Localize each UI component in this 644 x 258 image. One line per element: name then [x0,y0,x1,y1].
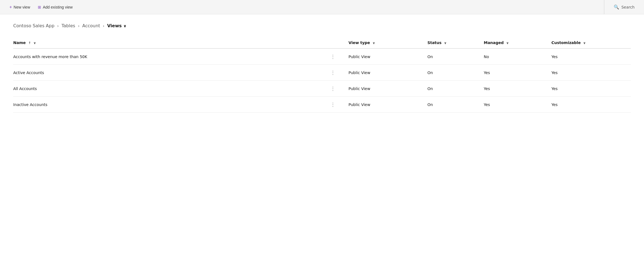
cell-name-1: Active Accounts [13,65,322,81]
add-existing-view-button[interactable]: ⊞ Add existing view [35,3,75,11]
col-header-status: Status ∨ [427,37,484,48]
table-header-row: Name ↑ ∨ View type ∨ Status ∨ Managed ∨ [13,37,631,48]
cell-menu-1[interactable]: ⋮ [322,65,349,81]
cell-status-1: On [427,65,484,81]
views-table: Name ↑ ∨ View type ∨ Status ∨ Managed ∨ [13,37,631,113]
col-header-managed: Managed ∨ [484,37,551,48]
col-header-name: Name ↑ ∨ [13,37,322,48]
cell-customizable-0: Yes [551,48,631,65]
row-context-menu-1[interactable]: ⋮ [329,69,337,76]
cell-managed-0: No [484,48,551,65]
cell-customizable-3: Yes [551,97,631,113]
cell-menu-3[interactable]: ⋮ [322,97,349,113]
cell-status-2: On [427,81,484,97]
cell-viewtype-2: Public View [349,81,427,97]
table-row: Accounts with revenue more than 50K ⋮ Pu… [13,48,631,65]
search-button[interactable]: 🔍 Search [611,3,637,11]
cell-viewtype-3: Public View [349,97,427,113]
sort-icon-name-desc[interactable]: ∨ [33,41,36,45]
breadcrumb-current: Views ∨ [107,23,126,28]
table-row: Inactive Accounts ⋮ Public View On Yes Y… [13,97,631,113]
col-customizable-label: Customizable [551,40,581,45]
col-header-customizable: Customizable ∨ [551,37,631,48]
cell-managed-1: Yes [484,65,551,81]
add-existing-icon: ⊞ [38,5,41,9]
breadcrumb-separator-3: › [103,24,105,28]
cell-menu-2[interactable]: ⋮ [322,81,349,97]
table-row: All Accounts ⋮ Public View On Yes Yes [13,81,631,97]
breadcrumb: Contoso Sales App › Tables › Account › V… [13,23,631,28]
col-managed-label: Managed [484,40,504,45]
cell-menu-0[interactable]: ⋮ [322,48,349,65]
toolbar-right: 🔍 Search [604,0,637,14]
col-viewtype-label: View type [349,40,370,45]
cell-status-0: On [427,48,484,65]
search-icon: 🔍 [614,4,619,10]
sort-icon-status[interactable]: ∨ [444,41,447,45]
breadcrumb-item-account[interactable]: Account [82,23,100,28]
row-context-menu-3[interactable]: ⋮ [329,101,337,108]
cell-customizable-2: Yes [551,81,631,97]
row-context-menu-2[interactable]: ⋮ [329,85,337,92]
search-label: Search [621,5,635,9]
cell-name-2: All Accounts [13,81,322,97]
new-view-button[interactable]: + New view [7,3,33,11]
cell-viewtype-0: Public View [349,48,427,65]
toolbar-left: + New view ⊞ Add existing view [7,3,75,11]
cell-managed-2: Yes [484,81,551,97]
cell-name-0: Accounts with revenue more than 50K [13,48,322,65]
cell-name-3: Inactive Accounts [13,97,322,113]
col-header-viewtype: View type ∨ [349,37,427,48]
breadcrumb-separator-1: › [57,24,59,28]
breadcrumb-item-contoso[interactable]: Contoso Sales App [13,23,54,28]
col-status-label: Status [427,40,442,45]
table-body: Accounts with revenue more than 50K ⋮ Pu… [13,48,631,113]
plus-icon: + [9,5,12,10]
sort-icon-customizable[interactable]: ∨ [583,41,586,45]
new-view-label: New view [14,5,30,9]
col-header-menu [322,37,349,48]
breadcrumb-current-label: Views [107,23,122,28]
chevron-down-icon[interactable]: ∨ [123,24,126,28]
breadcrumb-separator-2: › [78,24,80,28]
col-name-label: Name [13,40,26,45]
cell-customizable-1: Yes [551,65,631,81]
table-header: Name ↑ ∨ View type ∨ Status ∨ Managed ∨ [13,37,631,48]
sort-icon-viewtype[interactable]: ∨ [372,41,375,45]
sort-icon-managed[interactable]: ∨ [506,41,509,45]
main-content: Contoso Sales App › Tables › Account › V… [0,14,644,258]
cell-managed-3: Yes [484,97,551,113]
add-existing-view-label: Add existing view [43,5,73,9]
toolbar: + New view ⊞ Add existing view 🔍 Search [0,0,644,14]
row-context-menu-0[interactable]: ⋮ [329,53,337,60]
cell-status-3: On [427,97,484,113]
table-row: Active Accounts ⋮ Public View On Yes Yes [13,65,631,81]
sort-icon-name-asc[interactable]: ↑ [28,41,31,45]
breadcrumb-item-tables[interactable]: Tables [62,23,75,28]
cell-viewtype-1: Public View [349,65,427,81]
